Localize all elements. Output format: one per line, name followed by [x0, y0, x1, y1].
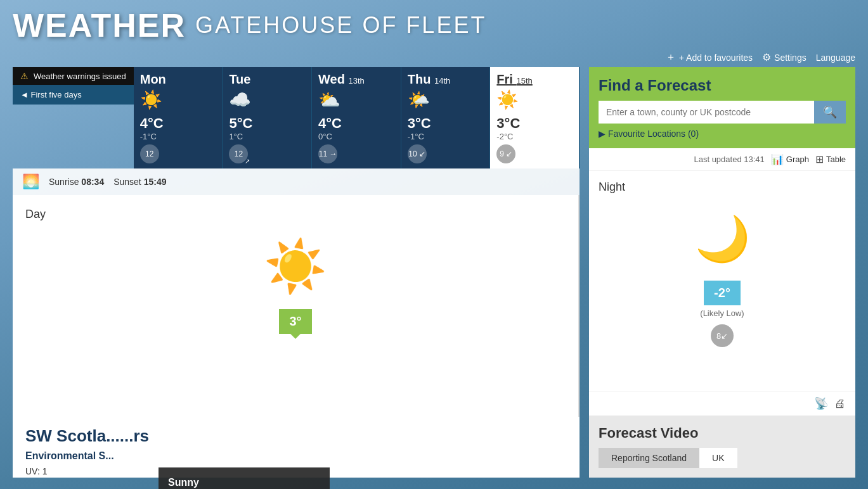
night-likely-low: (Likely Low)	[700, 308, 744, 318]
night-weather-icon: 🌙	[695, 213, 750, 265]
first-five-button[interactable]: ◄ First five days	[13, 85, 134, 105]
tooltip-popup: Sunny Most Likely High 3°C High Between …	[159, 467, 330, 489]
forecast-content: Day ☀️ 3° Sunny Most Likely High 3°C	[13, 195, 580, 417]
tools-bottom: 📡 🖨	[589, 391, 855, 416]
days-strip: Mon ☀️ 4°C -1°C 12 Tue ☁️	[134, 67, 580, 168]
sunset-label: Sunset 15:49	[113, 177, 166, 187]
graph-button[interactable]: 📊 Graph	[771, 153, 809, 165]
night-forecast: Night 🌙 -2° (Likely Low) 8 ↙	[589, 171, 855, 391]
video-tab-uk[interactable]: UK	[699, 448, 737, 468]
warning-icon: ⚠	[20, 71, 29, 81]
day-name-tue: Tue	[229, 72, 305, 87]
table-icon: ⊞	[815, 153, 824, 165]
top-nav: ＋ + Add to favourites ⚙ Settings Languag…	[0, 48, 868, 67]
days-nav: ⚠ Weather warnings issued ◄ First five d…	[13, 67, 580, 168]
warning-bar: ⚠ Weather warnings issued	[13, 67, 134, 85]
day-icon-tue: ☁️	[229, 89, 305, 110]
day-temp-badge: 3°	[279, 309, 311, 334]
add-favourites-label: + Add to favourites	[679, 53, 753, 63]
search-icon: 🔍	[823, 106, 837, 118]
main-layout: ⚠ Weather warnings issued ◄ First five d…	[0, 67, 868, 478]
night-wind-badge: 8 ↙	[711, 324, 734, 347]
sunrise-icon: 🌅	[22, 174, 39, 190]
day-temp-low-thu: -1°C	[408, 132, 484, 141]
header: WEATHER GATEHOUSE OF FLEET	[0, 0, 868, 48]
sunrise-label: Sunrise 08:34	[49, 177, 104, 187]
region-label: SW Scotla......rs	[13, 417, 580, 449]
day-temp-low-mon: -1°C	[140, 132, 216, 141]
day-card-mon[interactable]: Mon ☀️ 4°C -1°C 12	[134, 67, 223, 168]
settings-button[interactable]: ⚙ Settings	[762, 51, 806, 63]
site-title: WEATHER	[13, 6, 186, 44]
language-button[interactable]: Language	[816, 53, 855, 63]
right-panel: Find a Forecast 🔍 Favourite Locations (0…	[589, 67, 855, 478]
find-forecast-title: Find a Forecast	[599, 77, 846, 94]
forecast-video-box: Forecast Video Reporting Scotland UK	[589, 416, 855, 478]
day-temp-high-thu: 3°C	[408, 115, 431, 132]
day-name-wed: Wed 13th	[318, 72, 394, 87]
day-name-thu: Thu 14th	[408, 72, 484, 87]
settings-label: Settings	[774, 53, 806, 63]
sunrise-bar: 🌅 Sunrise 08:34 Sunset 15:49	[13, 168, 580, 195]
day-wind-wed: 11 →	[318, 144, 337, 163]
tools-bar: Last updated 13:41 📊 Graph ⊞ Table	[589, 148, 855, 171]
day-icon-mon: ☀️	[140, 89, 216, 110]
day-card-fri[interactable]: Fri 15th ☀️ 3°C -2°C 9 ↙	[490, 67, 580, 168]
day-card-thu[interactable]: Thu 14th 🌤️ 3°C -1°C 10 ↙	[401, 67, 491, 168]
rss-icon: 📡	[814, 397, 828, 410]
gear-icon: ⚙	[762, 51, 771, 63]
day-section: Day ☀️ 3°	[13, 195, 579, 417]
day-icon-wed: ⛅	[318, 89, 394, 110]
day-card-tue[interactable]: Tue ☁️ 5°C 1°C 12↗	[223, 67, 312, 168]
forecast-video-title: Forecast Video	[599, 425, 846, 441]
video-tab-scotland[interactable]: Reporting Scotland	[599, 448, 699, 468]
printer-icon: 🖨	[834, 397, 846, 410]
last-updated: Last updated 13:41	[694, 155, 764, 164]
table-button[interactable]: ⊞ Table	[815, 153, 846, 165]
day-name-fri: Fri 15th	[496, 72, 573, 87]
day-name-mon: Mon	[140, 72, 216, 87]
day-temp-low-wed: 0°C	[318, 132, 394, 141]
first-five-label: ◄ First five days	[20, 90, 82, 99]
day-weather-icon: ☀️	[264, 237, 327, 296]
add-favourites-button[interactable]: ＋ + Add to favourites	[666, 51, 753, 64]
warning-text: Weather warnings issued	[34, 72, 126, 81]
search-bar: 🔍	[599, 101, 846, 124]
day-icon-fri: ☀️	[496, 89, 573, 110]
env-label: Environmental S...	[13, 449, 580, 465]
left-panel: ⚠ Weather warnings issued ◄ First five d…	[13, 67, 580, 478]
day-label: Day	[25, 208, 46, 221]
day-temp-high-wed: 4°C	[318, 115, 342, 132]
plus-icon: ＋	[666, 51, 676, 64]
favourite-locations[interactable]: Favourite Locations (0)	[599, 129, 846, 139]
print-button[interactable]: 🖨	[834, 397, 846, 410]
search-input[interactable]	[599, 101, 814, 124]
day-temp-low-tue: 1°C	[229, 132, 305, 141]
night-temp-badge: -2°	[704, 281, 741, 305]
rss-button[interactable]: 📡	[814, 397, 828, 410]
tooltip-title: Sunny	[168, 477, 320, 489]
bar-chart-icon: 📊	[771, 153, 784, 165]
day-temp-low-fri: -2°C	[496, 132, 573, 141]
location-title: GATEHOUSE OF FLEET	[195, 12, 486, 39]
night-label: Night	[599, 181, 625, 194]
video-tabs: Reporting Scotland UK	[599, 448, 846, 468]
divider	[579, 195, 580, 417]
day-icon-thu: 🌤️	[408, 89, 484, 110]
day-temp-high-tue: 5°C	[229, 115, 252, 132]
day-wind-fri: 9 ↙	[496, 144, 515, 163]
day-temp-high-mon: 4°C	[140, 115, 164, 132]
search-button[interactable]: 🔍	[814, 101, 846, 124]
find-forecast-box: Find a Forecast 🔍 Favourite Locations (0…	[589, 67, 855, 148]
day-temp-high-fri: 3°C	[496, 115, 520, 132]
day-wind-tue: 12↗	[229, 144, 248, 163]
day-card-wed[interactable]: Wed 13th ⛅ 4°C 0°C 11 →	[312, 67, 401, 168]
day-wind-mon: 12	[140, 144, 159, 163]
day-wind-thu: 10 ↙	[408, 144, 427, 163]
language-label: Language	[816, 53, 855, 63]
